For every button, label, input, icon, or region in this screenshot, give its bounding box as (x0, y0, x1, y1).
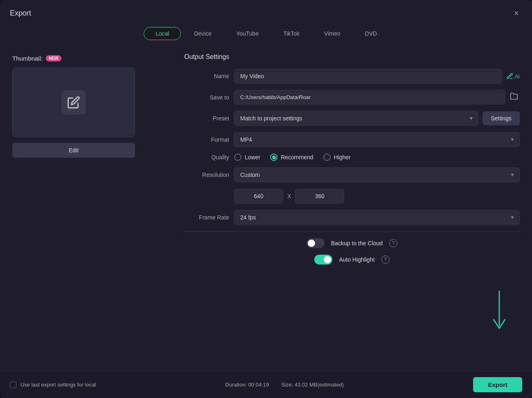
close-button[interactable]: × (511, 7, 522, 19)
backup-info-icon[interactable]: ? (389, 239, 397, 247)
left-panel: Thumbnail: NEW Edit (0, 47, 172, 371)
resolution-label: Resolution (184, 172, 229, 178)
auto-highlight-label: Auto Highlight (339, 256, 374, 263)
export-button[interactable]: Export (473, 377, 522, 392)
tab-device[interactable]: Device (183, 27, 223, 40)
thumbnail-preview (12, 68, 135, 137)
divider (184, 231, 520, 232)
frame-rate-select-wrapper: 24 fps ▼ (234, 210, 520, 225)
format-label: Format (184, 136, 229, 143)
quality-recommend-option[interactable]: Recommend (270, 154, 313, 161)
quality-higher-radio[interactable] (323, 154, 331, 161)
quality-row: Quality Lower Recommend (184, 154, 520, 161)
tab-local[interactable]: Local (144, 27, 181, 40)
save-to-row: Save to (184, 90, 520, 104)
backup-toggle[interactable] (307, 238, 325, 248)
save-to-field-group (234, 90, 520, 104)
new-badge: NEW (46, 55, 61, 61)
thumbnail-icon (61, 90, 86, 115)
ai-label: AI (515, 73, 520, 79)
name-field-group: AI (234, 69, 520, 84)
name-label: Name (184, 73, 229, 79)
resolution-select[interactable]: Custom (234, 167, 520, 182)
name-input[interactable] (234, 69, 502, 84)
resolution-width-input[interactable] (234, 189, 283, 204)
edit-button[interactable]: Edit (12, 143, 135, 158)
tab-youtube[interactable]: YouTube (225, 27, 270, 40)
export-dialog: Export × Local Device YouTube TikTok Vim… (0, 0, 532, 398)
backup-label: Backup to the Cloud (331, 240, 383, 246)
tab-dvd[interactable]: DVD (354, 27, 389, 40)
quality-recommend-label: Recommend (281, 154, 313, 161)
ai-button[interactable]: AI (506, 72, 520, 80)
resolution-row: Resolution Custom ▼ (184, 167, 520, 182)
main-content: Thumbnail: NEW Edit Output Settings Name (0, 47, 532, 371)
thumbnail-section: Thumbnail: NEW (12, 55, 61, 62)
backup-row: Backup to the Cloud ? (184, 238, 520, 248)
quality-lower-radio[interactable] (234, 154, 241, 161)
quality-lower-option[interactable]: Lower (234, 154, 260, 161)
preset-label: Preset (184, 115, 229, 122)
quality-higher-label: Higher (334, 154, 351, 161)
auto-highlight-info-icon[interactable]: ? (381, 256, 390, 264)
format-select-wrapper: MP4 ▼ (234, 132, 520, 147)
footer: Use last export settings for local Durat… (0, 371, 532, 398)
right-panel: Output Settings Name AI Save to (172, 47, 532, 371)
resolution-height-input[interactable] (295, 189, 344, 204)
settings-button[interactable]: Settings (482, 111, 520, 125)
footer-info: Duration: 00:04:19 Size: 43.02 MB(estima… (225, 382, 344, 388)
resolution-x-separator: X (287, 193, 291, 199)
size-info: Size: 43.02 MB(estimated) (281, 382, 344, 388)
save-to-input[interactable] (234, 90, 505, 104)
quality-recommend-radio[interactable] (270, 154, 277, 161)
tab-vimeo[interactable]: Vimeo (313, 27, 352, 40)
format-row: Format MP4 ▼ (184, 132, 520, 147)
preset-select[interactable]: Match to project settings (234, 111, 478, 126)
dialog-title: Export (10, 9, 31, 18)
title-bar: Export × (0, 0, 532, 25)
quality-label: Quality (184, 154, 229, 161)
quality-higher-option[interactable]: Higher (323, 154, 351, 161)
format-select[interactable]: MP4 (234, 132, 520, 147)
auto-highlight-toggle[interactable] (314, 255, 332, 265)
preset-field-group: Match to project settings ▼ Settings (234, 111, 520, 126)
backup-toggle-knob (308, 240, 315, 247)
name-row: Name AI (184, 69, 520, 84)
auto-highlight-row: Auto Highlight ? (184, 255, 520, 265)
output-settings-title: Output Settings (184, 53, 520, 61)
preset-row: Preset Match to project settings ▼ Setti… (184, 111, 520, 126)
frame-rate-row: Frame Rate 24 fps ▼ (184, 210, 520, 225)
auto-highlight-toggle-knob (324, 256, 331, 263)
arrow-indicator (487, 287, 512, 338)
use-last-export-option[interactable]: Use last export settings for local (10, 382, 96, 388)
quality-options: Lower Recommend Higher (234, 154, 520, 161)
resolution-inputs: X (234, 189, 520, 204)
frame-rate-select[interactable]: 24 fps (234, 210, 520, 225)
frame-rate-label: Frame Rate (184, 214, 229, 221)
resolution-select-wrapper: Custom ▼ (234, 167, 520, 182)
tab-bar: Local Device YouTube TikTok Vimeo DVD (0, 25, 532, 47)
tab-tiktok[interactable]: TikTok (272, 27, 311, 40)
quality-lower-label: Lower (245, 154, 260, 161)
preset-select-wrapper: Match to project settings ▼ (234, 111, 478, 126)
quality-recommend-dot (272, 156, 276, 159)
folder-button[interactable] (508, 90, 520, 104)
save-to-label: Save to (184, 94, 229, 101)
use-last-export-checkbox[interactable] (10, 382, 16, 388)
use-last-export-label: Use last export settings for local (20, 382, 96, 388)
duration-info: Duration: 00:04:19 (225, 382, 269, 388)
thumbnail-text: Thumbnail: (12, 55, 43, 62)
